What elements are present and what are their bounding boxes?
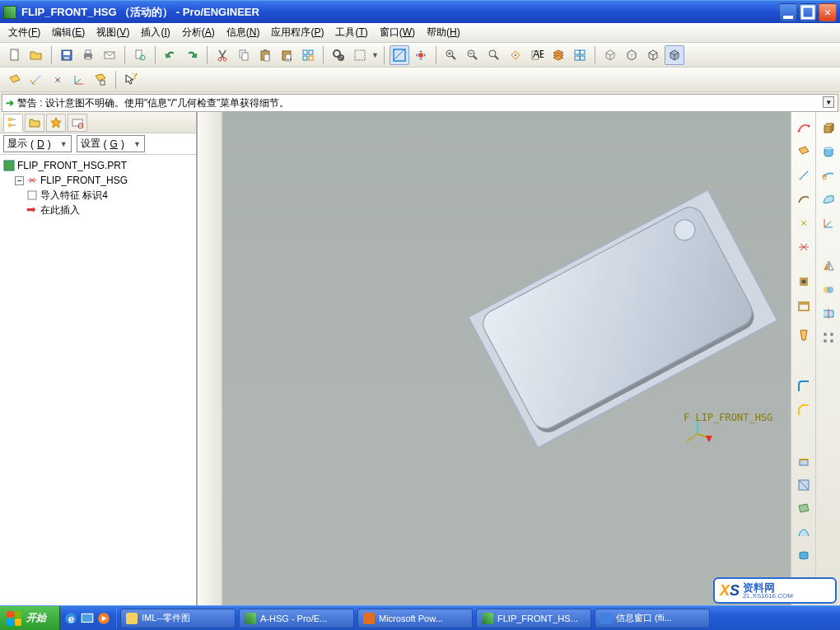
pattern-button[interactable] [818,327,839,348]
task-button[interactable]: IML--零件图 [120,609,236,628]
csys-button[interactable] [793,236,814,258]
connections-tab[interactable] [68,114,87,132]
var-sweep-button[interactable] [818,165,839,186]
minimize-button[interactable] [779,3,797,21]
spin-center-button[interactable] [411,45,431,65]
orient-button[interactable] [506,45,525,65]
help-pointer-button[interactable]: ? [121,70,141,90]
cut-button[interactable] [212,45,232,65]
redo-button[interactable] [182,45,202,65]
revolve-button[interactable] [818,141,839,162]
layer-button[interactable] [548,45,568,65]
datum-point-display-button[interactable] [48,70,68,90]
menu-tools[interactable]: 工具(T) [330,23,372,42]
settings-dropdown[interactable]: 设置(G)▼ [77,135,145,152]
task-button[interactable]: Microsoft Pow... [357,609,473,628]
model-tree[interactable]: FLIP_FRONT_HSG.PRT − FLIP_FRONT_HSG 导入特征… [0,155,196,605]
paste-special-button[interactable]: .. [277,45,296,65]
view-manager-button[interactable] [570,45,590,65]
section-button[interactable] [793,474,814,496]
display-nohidden-button[interactable] [643,45,663,65]
draft-button[interactable] [793,324,814,346]
display-dropdown[interactable]: 显示(D)▼ [3,135,72,152]
desktop-icon[interactable] [80,611,95,626]
menu-info[interactable]: 信息(N) [222,23,265,42]
open-button[interactable] [26,45,46,65]
graphics-viewport[interactable]: F LIP_FRONT_HSG ▼ [222,112,791,605]
datum-plane-button[interactable] [5,70,25,90]
menu-help[interactable]: 帮助(H) [422,23,465,42]
menu-analysis[interactable]: 分析(A) [177,23,220,42]
datum-axis-display-button[interactable] [26,70,46,90]
trim-button[interactable] [818,303,839,324]
task-button[interactable]: 信息窗口 (fli... [595,609,710,628]
datum-csys-display-button[interactable] [69,70,89,90]
chamfer-button[interactable] [793,399,814,421]
tree-root[interactable]: FLIP_FRONT_HSG.PRT [2,158,194,173]
start-button[interactable]: 开始 [0,606,60,631]
shell-button[interactable] [793,295,814,316]
datum-symbol-button[interactable] [91,70,110,90]
task-button[interactable]: FLIP_FRONT_HS... [476,609,591,628]
menu-file[interactable]: 文件(F) [3,23,45,42]
axis-button[interactable] [793,165,814,186]
undo-button[interactable] [161,45,180,65]
task-button[interactable]: A-HSG - Pro/E... [239,609,354,628]
close-button[interactable]: ✕ [819,3,837,21]
svg-rect-4 [63,51,70,55]
merge-button[interactable] [818,279,839,301]
zoom-in-button[interactable] [441,45,461,65]
svg-rect-22 [303,50,307,54]
zoom-out-button[interactable] [463,45,483,65]
favorites-tab[interactable] [46,114,66,132]
surface-trim-button[interactable] [793,498,814,520]
select-box-button[interactable] [350,45,370,65]
menu-window[interactable]: 窗口(W) [375,23,420,42]
message-expand-button[interactable]: ▾ [823,96,834,108]
hole-button[interactable] [793,271,814,292]
paste-link-button[interactable] [130,45,150,65]
email-button[interactable] [100,45,119,65]
tree-node[interactable]: 导入特征 标识4 [2,188,194,203]
player-icon[interactable] [96,611,111,626]
paste-button[interactable] [255,45,275,65]
tree-node[interactable]: ➡ 在此插入 [2,203,194,217]
mirror-button[interactable] [818,255,839,277]
model-tree-tab[interactable] [3,114,23,132]
display-shaded-button[interactable] [665,45,684,65]
save-button[interactable] [57,45,77,65]
folder-tab[interactable] [25,114,44,132]
proe-icon [245,613,256,624]
sketch-button[interactable] [793,117,814,138]
display-hidden-button[interactable] [622,45,642,65]
blend-button[interactable] [818,189,839,210]
copy-button[interactable] [234,45,254,65]
extrude-button[interactable] [818,117,839,138]
menu-view[interactable]: 视图(V) [91,23,134,42]
zoom-fit-button[interactable] [484,45,504,65]
sash-strip[interactable] [198,112,222,605]
window-titlebar: FLIP_FRONT_HSG （活动的） - Pro/ENGINEER ✕ [0,0,840,23]
expand-icon[interactable]: − [15,176,24,185]
extrude-prev-button[interactable] [793,450,814,472]
menu-insert[interactable]: 插入(I) [136,23,175,42]
curve-button[interactable] [793,189,814,210]
find-button[interactable] [329,45,348,65]
point-button[interactable] [793,212,814,234]
plane-button[interactable] [793,141,814,162]
display-wireframe-button[interactable] [600,45,620,65]
thicken-button[interactable] [793,546,814,567]
ie-icon[interactable]: e [63,611,78,626]
new-button[interactable] [5,45,25,65]
style-button[interactable] [818,212,839,234]
view-mode-button[interactable] [390,45,409,65]
boundary-button[interactable] [793,522,814,544]
print-button[interactable] [78,45,98,65]
round-button[interactable] [793,376,814,397]
select-mode-button[interactable] [298,45,318,65]
menu-edit[interactable]: 编辑(E) [47,23,90,42]
tree-node[interactable]: − FLIP_FRONT_HSG [2,173,194,188]
maximize-button[interactable] [799,3,817,21]
saved-view-button[interactable]: AB [527,45,547,65]
menu-app[interactable]: 应用程序(P) [266,23,329,42]
